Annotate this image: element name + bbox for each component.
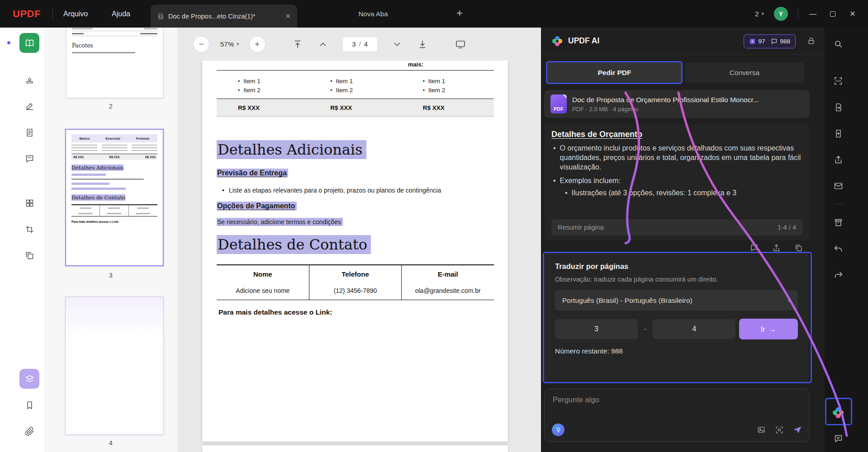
section-heading-adicionais: Detalhes Adicionais [217, 141, 366, 158]
undo-button[interactable] [828, 239, 848, 259]
page-from-input[interactable] [555, 319, 638, 339]
document-tab[interactable]: Doc de Propos...eto Cinza(1)* ✕ [151, 5, 297, 28]
close-button[interactable]: ✕ [843, 0, 863, 28]
zoom-in-button[interactable]: + [249, 36, 266, 52]
previous-page-button[interactable] [317, 38, 329, 50]
minimize-button[interactable]: — [803, 0, 823, 28]
summary-actions [750, 244, 803, 252]
chevron-down-icon [392, 39, 402, 49]
maximize-button[interactable] [823, 0, 843, 28]
document-scroll-area[interactable]: mais: •Item 1 •Item 2 •Item 1 •Item 2 •I… [177, 61, 541, 452]
page-thumbnail-2[interactable]: Pacotes [66, 28, 163, 98]
ocr-button[interactable]: OCR [828, 71, 848, 91]
page-to-input[interactable] [653, 319, 735, 339]
page-plus-icon [834, 129, 843, 138]
thumb3-table-header: Básico Essencial Premium [71, 134, 157, 142]
new-tab[interactable]: Nova Aba [342, 0, 405, 28]
archive-button[interactable] [828, 212, 848, 232]
updf-ai-icon [831, 406, 845, 419]
edit-tool-button[interactable] [19, 96, 39, 116]
summarize-page-bar[interactable]: Resumir página 1-4 / 4 [551, 219, 802, 235]
zoom-level-dropdown[interactable]: 57% [220, 40, 234, 48]
crop-tool-button[interactable] [19, 219, 39, 239]
avatar[interactable]: Y [774, 7, 788, 21]
layers-tool-button[interactable] [19, 369, 39, 389]
comment-tool-button[interactable] [19, 149, 39, 169]
presentation-icon [455, 39, 466, 50]
text-line-placeholder [71, 179, 144, 180]
page-thumbnail-4[interactable] [65, 297, 164, 435]
send-icon[interactable] [793, 425, 802, 434]
suggestions-button[interactable] [552, 424, 564, 436]
stamp-icon [25, 75, 34, 85]
right-tool-sidebar: OCR [825, 28, 868, 452]
thumb3-items-placeholder [71, 145, 157, 152]
tab-close-icon[interactable]: ✕ [285, 12, 291, 20]
redo-button[interactable] [828, 265, 848, 285]
slides-tool-button[interactable] [19, 245, 39, 265]
copy-action-icon[interactable] [794, 244, 803, 252]
mail-button[interactable] [828, 176, 848, 196]
message-count-badge: 988 [771, 38, 790, 45]
window-count-dropdown[interactable]: 2 ▾ [755, 10, 764, 18]
ocr-icon: OCR [833, 76, 843, 86]
organize-pages-button[interactable] [19, 193, 39, 213]
chevron-down-icon[interactable]: ▾ [237, 41, 239, 47]
reader-icon [25, 38, 34, 48]
zoom-out-button[interactable]: − [193, 36, 209, 52]
range-separator: - [644, 325, 646, 333]
credit-icon [749, 38, 756, 45]
last-page-button[interactable] [417, 38, 428, 50]
contact-header-cell: Telefone [309, 265, 402, 282]
tab-pedir-pdf[interactable]: Pedir PDF [547, 62, 682, 83]
bullet-entrega: •Liste as etapas relevantes para o proje… [222, 187, 441, 194]
bookmark-tool-button[interactable] [19, 395, 39, 415]
presentation-button[interactable] [455, 38, 466, 50]
updf-logo[interactable]: UPDF [13, 0, 41, 28]
thumb3-contact-table [71, 204, 157, 217]
comment-panel-button[interactable] [828, 428, 848, 448]
pricing-column: •Item 1 •Item 2 [402, 77, 494, 95]
edit-icon [25, 102, 34, 111]
lock-icon[interactable] [807, 37, 816, 47]
add-tab-button[interactable]: + [452, 0, 467, 28]
credits-badge[interactable]: 97 988 [744, 34, 796, 48]
organize-pages-icon [25, 198, 34, 208]
thumb3-heading-2: Detalhes de Contato [71, 194, 157, 201]
image-icon[interactable] [757, 425, 766, 434]
first-page-button[interactable] [292, 38, 304, 50]
thumbnail-page-number: 3 [44, 272, 177, 279]
updf-ai-sidebar-button[interactable] [826, 400, 850, 425]
attachment-tool-button[interactable] [19, 421, 39, 441]
contact-table: Nome Telefone E-mail Adicione seu nome (… [217, 264, 494, 300]
menu-ajuda[interactable]: Ajuda [112, 0, 130, 28]
search-button[interactable] [828, 34, 848, 54]
page-indicator[interactable]: 3 / 4 [342, 37, 378, 52]
page-tools-button[interactable] [828, 123, 848, 143]
notification-dot [7, 41, 10, 44]
pdf-file-card[interactable]: PDF Doc de Proposta de Orçamento Profiss… [544, 90, 810, 118]
convert-button[interactable] [828, 97, 848, 117]
language-select[interactable]: Português (Brasil) - Português (Brasilei… [555, 290, 798, 311]
chat-action-icon[interactable] [750, 244, 759, 252]
stamp-tool-button[interactable] [19, 70, 39, 90]
share-action-icon[interactable] [772, 244, 781, 252]
bookmark-icon [25, 400, 34, 410]
updf-ai-panel: UPDF AI 97 988 Pedir PDF Conversa PDF Do… [541, 28, 825, 452]
reader-tool-button[interactable] [19, 33, 39, 53]
screen-capture-icon[interactable] [775, 425, 784, 434]
next-page-button[interactable] [391, 38, 403, 50]
pdf-file-icon: PDF [550, 94, 567, 113]
chat-input[interactable] [553, 396, 801, 404]
tab-conversa[interactable]: Conversa [685, 62, 804, 83]
contact-header-cell: E-mail [402, 265, 494, 282]
menu-arquivo[interactable]: Arquivo [63, 0, 88, 28]
share-icon [834, 155, 843, 165]
contact-value-cell: (12) 3456-7890 [309, 282, 402, 300]
share-button[interactable] [828, 150, 848, 170]
ai-chat-input-box[interactable] [544, 389, 810, 442]
translate-go-button[interactable]: Ir → [739, 319, 798, 339]
search-icon [834, 39, 843, 49]
form-tool-button[interactable] [19, 122, 39, 142]
page-thumbnail-3[interactable]: Básico Essencial Premium R$ XXXR$ XXXR$ … [65, 129, 164, 266]
